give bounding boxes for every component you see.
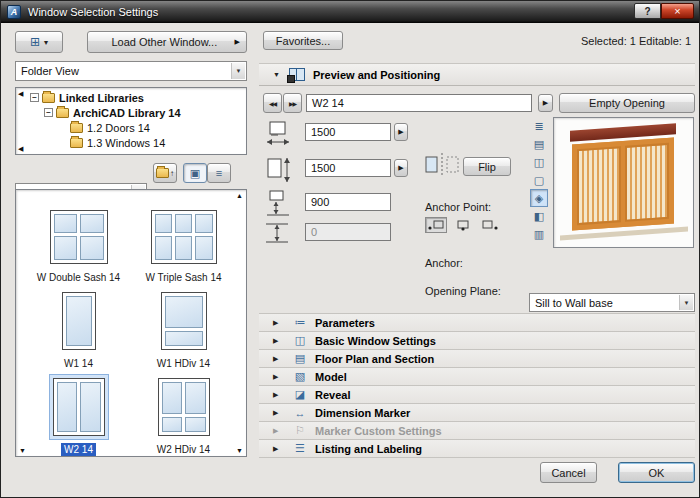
load-other-window-button[interactable]: Load Other Window... ▶	[87, 31, 247, 53]
view-mode-icons-button[interactable]: ▣	[183, 163, 207, 183]
empty-opening-label: Empty Opening	[589, 97, 665, 109]
preview-mode-front-icon[interactable]: ◫	[530, 153, 548, 171]
tree-collapse-icon[interactable]: −	[44, 108, 53, 117]
cancel-button[interactable]: Cancel	[540, 462, 597, 483]
load-other-window-label: Load Other Window...	[94, 36, 235, 48]
section-dimension-marker[interactable]: ▶ ↔ Dimension Marker	[259, 404, 695, 422]
library-tree: ◀ ◀ − Linked Libraries − ArchiCAD Librar…	[15, 87, 247, 155]
section-label: Marker Custom Settings	[315, 425, 442, 437]
combo-arrow-icon: ▼	[679, 295, 693, 310]
preview-mode-symbol-icon[interactable]: ≣	[530, 117, 548, 135]
nav-last-button[interactable]: ▶▶	[283, 93, 302, 113]
tree-item-linked-libraries[interactable]: − Linked Libraries	[30, 90, 244, 105]
window-thumbnail	[53, 378, 105, 436]
anchor-label: Anchor:	[425, 257, 463, 269]
section-parameters[interactable]: ▶ ≔ Parameters	[259, 314, 695, 332]
section-label: Parameters	[315, 317, 375, 329]
preview-mode-info-icon[interactable]: ▥	[530, 225, 548, 243]
tree-item-archicad-library[interactable]: − ArchiCAD Library 14	[30, 105, 244, 120]
tree-scroll-left-top-icon[interactable]: ◀	[18, 90, 23, 97]
library-item-w1-hdiv[interactable]: W1 HDiv 14	[131, 288, 236, 370]
library-item-w-double-sash[interactable]: W Double Sash 14	[26, 206, 131, 284]
anchor-point-right-icon[interactable]	[479, 217, 501, 233]
library-item-label: W Triple Sash 14	[142, 271, 224, 284]
basic-window-settings-icon: ◫	[289, 334, 311, 347]
pane	[80, 236, 104, 260]
pane	[185, 417, 206, 432]
up-arrow-icon: ↑	[170, 169, 174, 178]
header-height-field: 0	[305, 223, 391, 241]
library-item-w-triple-sash[interactable]: W Triple Sash 14	[131, 206, 236, 284]
name-flyout-button[interactable]: ▶	[538, 94, 553, 112]
library-item-w1[interactable]: W1 14	[26, 288, 131, 370]
library-item-list: ▲ ▼ ▼ W Double Sash 14 W Triple Sash 14	[15, 189, 247, 457]
folder-view-dropdown[interactable]: Folder View ▼	[15, 61, 247, 81]
section-reveal[interactable]: ▶ ◪ Reveal	[259, 386, 695, 404]
library-item-label: W1 14	[61, 357, 96, 370]
tree-item-windows[interactable]: 1.3 Windows 14	[30, 135, 244, 150]
item-name-value: W2 14	[312, 97, 344, 109]
titlebar[interactable]: A Window Selection Settings ? ×	[1, 1, 699, 23]
pane	[66, 296, 92, 346]
flip-button[interactable]: Flip	[463, 157, 511, 176]
section-preview-and-positioning[interactable]: ▼ Preview and Positioning	[259, 63, 695, 86]
folder-up-button[interactable]: ↑	[153, 163, 177, 183]
library-item-label: W1 HDiv 14	[154, 357, 213, 370]
library-item-w2-hdiv[interactable]: W2 HDiv 14	[131, 374, 236, 456]
reveal-icon: ◪	[289, 388, 311, 401]
collapsed-arrow-icon: ▶	[259, 409, 289, 417]
collapsed-arrow-icon: ▶	[259, 337, 289, 345]
archicad-logo-icon: A	[7, 5, 21, 19]
sill-height-field[interactable]: 900	[305, 193, 391, 211]
height-field[interactable]: 1500	[305, 159, 391, 177]
ok-button[interactable]: OK	[618, 462, 695, 483]
preview-mode-side-icon[interactable]: ▢	[530, 171, 548, 189]
tree-scroll-left-bottom-icon[interactable]: ◀	[18, 145, 23, 152]
section-floor-plan-and-section[interactable]: ▶ ▤ Floor Plan and Section	[259, 350, 695, 368]
pane	[54, 214, 78, 233]
help-button[interactable]: ?	[634, 3, 661, 19]
collapsed-arrow-icon: ▶	[259, 391, 289, 399]
nav-first-button[interactable]: ◀◀	[263, 93, 282, 113]
favorites-button[interactable]: Favorites...	[263, 31, 343, 50]
anchor-point-left-icon[interactable]	[425, 217, 447, 233]
width-flyout-button[interactable]: ▶	[394, 123, 408, 141]
pane	[162, 417, 183, 432]
default-settings-menu-button[interactable]: ⊞ ▾	[15, 31, 63, 53]
section-label: Listing and Labeling	[315, 443, 422, 455]
empty-opening-button[interactable]: Empty Opening	[559, 93, 695, 113]
close-button[interactable]: ×	[661, 3, 694, 19]
item-name-field[interactable]: W2 14	[306, 94, 532, 112]
preview-mode-section-icon[interactable]: ◧	[530, 207, 548, 225]
favorites-label: Favorites...	[276, 35, 330, 47]
preview-frame	[572, 137, 674, 230]
section-basic-window-settings[interactable]: ▶ ◫ Basic Window Settings	[259, 332, 695, 350]
list-view-icon: ≡	[216, 167, 222, 179]
section-model[interactable]: ▶ ▧ Model	[259, 368, 695, 386]
pane	[195, 214, 212, 233]
window-tool-icon: ⊞	[30, 35, 40, 49]
section-label: Floor Plan and Section	[315, 353, 434, 365]
preview-mode-3d-icon[interactable]: ◈	[530, 189, 548, 207]
library-item-w2-selected[interactable]: W2 14	[26, 374, 131, 456]
window-thumbnail	[158, 378, 210, 436]
window-height-icon	[264, 155, 292, 185]
pane	[185, 382, 206, 414]
view-mode-list-button[interactable]: ≡	[207, 163, 231, 183]
preview-mode-plan-icon[interactable]: ▤	[530, 135, 548, 153]
anchor-dropdown[interactable]: Sill to Wall base ▼	[529, 293, 695, 312]
header-height-value: 0	[311, 226, 317, 238]
width-field[interactable]: 1500	[305, 123, 391, 141]
folder-icon	[56, 108, 69, 118]
listing-labeling-icon: ☰	[289, 442, 311, 455]
anchor-point-center-icon[interactable]	[452, 217, 474, 233]
window-title: Window Selection Settings	[28, 6, 158, 18]
tree-item-doors[interactable]: 1.2 Doors 14	[30, 120, 244, 135]
floor-plan-icon: ▤	[289, 352, 311, 365]
section-listing-and-labeling[interactable]: ▶ ☰ Listing and Labeling	[259, 440, 695, 458]
height-flyout-button[interactable]: ▶	[394, 159, 408, 177]
sill-height-icon	[264, 189, 292, 219]
dropdown-arrow-icon: ▾	[44, 38, 48, 47]
tree-collapse-icon[interactable]: −	[30, 93, 39, 102]
pane	[195, 236, 212, 260]
